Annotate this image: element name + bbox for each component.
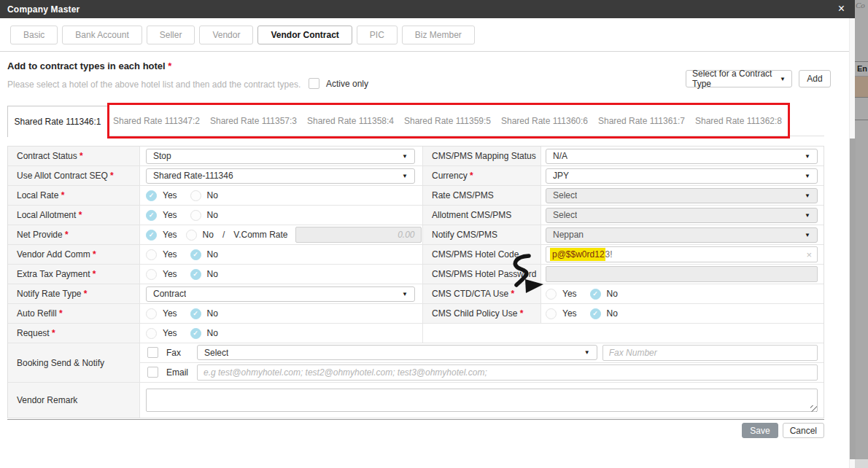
field-net-provide: ✓Yes No / V.Comm Rate % — [140, 225, 423, 245]
radio-label-no: No — [207, 249, 218, 260]
check-icon: ✓ — [193, 311, 198, 317]
required-asterisk: * — [110, 171, 114, 181]
vendor-add-comm-yes-radio[interactable] — [146, 249, 157, 260]
label-local-rate: Local Rate * — [8, 186, 140, 206]
label-extra-tax-payment: Extra Tax Payment * — [8, 265, 140, 284]
label-text: Notify CMS/PMS — [432, 230, 497, 240]
scrollbar-thumb[interactable] — [850, 139, 856, 459]
contract-status-select[interactable]: Stop▼ — [146, 149, 415, 164]
label-text: Booking Send & Notify — [17, 358, 104, 368]
rate-tab-111357[interactable]: Shared Rate 111357:3 — [205, 106, 302, 136]
label-currency: Currency * — [423, 166, 541, 186]
auto-refill-yes-radio[interactable] — [146, 308, 157, 319]
rate-tab-111346[interactable]: Shared Rate 111346:1 — [7, 106, 108, 137]
label-local-allotment: Local Allotment * — [8, 206, 140, 225]
footer-actions: Save Cancel — [0, 423, 824, 438]
extra-tax-no-radio[interactable]: ✓ — [190, 269, 201, 280]
radio-label-yes: Yes — [562, 289, 577, 299]
hotel-password-input[interactable] — [546, 266, 818, 282]
chevron-down-icon: ▼ — [402, 173, 408, 179]
child-policy-no-radio[interactable]: ✓ — [590, 308, 601, 319]
rate-tab-111359[interactable]: Shared Rate 111359:5 — [399, 106, 496, 136]
email-checkbox[interactable] — [147, 367, 158, 378]
allot-contract-seq-select[interactable]: Shared Rate-111346▼ — [146, 168, 415, 184]
vertical-scrollbar[interactable] — [849, 18, 855, 468]
check-icon: ✓ — [193, 251, 198, 258]
tab-pic[interactable]: PIC — [357, 26, 398, 44]
rate-tab-111362[interactable]: Shared Rate 111362:8 — [690, 106, 787, 136]
hotel-code-input[interactable]: p@$$w0rd123! × — [546, 246, 818, 262]
net-provide-no-radio[interactable] — [186, 230, 197, 241]
auto-refill-no-radio[interactable]: ✓ — [190, 308, 201, 319]
modal-titlebar: Company Master × — [0, 0, 855, 18]
fax-number-input[interactable] — [602, 345, 818, 361]
radio-label-no: No — [207, 190, 218, 200]
vendor-contract-form: Contract Status * Stop▼ CMS/PMS Mapping … — [7, 146, 824, 418]
hotel-code-tail-text: 3! — [605, 249, 613, 260]
tab-biz-member[interactable]: Biz Member — [402, 26, 475, 44]
vcomm-rate-label: V.Comm Rate — [233, 230, 287, 240]
fax-select[interactable]: Select▼ — [197, 345, 597, 360]
background-bottom-strip — [855, 459, 868, 468]
tab-vendor[interactable]: Vendor — [199, 26, 253, 44]
email-input[interactable] — [197, 364, 818, 381]
tab-basic[interactable]: Basic — [10, 26, 58, 44]
tab-vendor-contract[interactable]: Vendor Contract — [257, 26, 352, 44]
label-text: Use Allot Contract SEQ — [17, 171, 108, 181]
notify-rate-type-select[interactable]: Contract▼ — [146, 286, 415, 302]
select-value: JPY — [553, 171, 569, 181]
ctd-cta-no-radio[interactable]: ✓ — [590, 289, 601, 300]
local-rate-no-radio[interactable] — [190, 190, 201, 201]
field-notify-rate-type: Contract▼ — [140, 284, 423, 304]
check-icon: ✓ — [193, 330, 198, 337]
net-provide-yes-radio[interactable]: ✓ — [146, 230, 157, 241]
label-auto-refill: Auto Refill * — [8, 304, 140, 324]
label-text: Local Allotment — [17, 210, 76, 220]
local-allotment-no-radio[interactable] — [190, 210, 201, 221]
clear-icon[interactable]: × — [806, 249, 812, 260]
save-button[interactable]: Save — [742, 423, 778, 438]
local-rate-yes-radio[interactable]: ✓ — [146, 190, 157, 201]
child-policy-yes-radio[interactable] — [546, 308, 557, 319]
vendor-remark-textarea[interactable] — [146, 389, 818, 412]
tab-seller[interactable]: Seller — [147, 26, 195, 44]
rate-tab-111360[interactable]: Shared Rate 111360:6 — [496, 106, 593, 136]
radio-label-yes: Yes — [163, 269, 177, 279]
close-icon[interactable]: × — [838, 2, 845, 15]
check-icon: ✓ — [149, 232, 155, 238]
local-allotment-yes-radio[interactable]: ✓ — [146, 210, 157, 221]
rate-tab-111361[interactable]: Shared Rate 111361:7 — [593, 106, 690, 136]
field-cms-pms-mapping-status: N/A▼ — [541, 147, 824, 166]
active-only-group: Active only — [309, 78, 368, 89]
request-yes-radio[interactable] — [146, 328, 157, 339]
label-vendor-remark: Vendor Remark — [8, 383, 140, 418]
ctd-cta-yes-radio[interactable] — [546, 289, 557, 300]
rate-tab-111347[interactable]: Shared Rate 111347:2 — [108, 106, 205, 136]
contract-type-select[interactable]: Select for a Contract Type ▼ — [686, 70, 792, 87]
required-asterisk: * — [52, 328, 55, 338]
radio-label-no: No — [207, 210, 218, 220]
label-text: Notify Rate Type — [17, 289, 82, 299]
radio-label-no: No — [207, 269, 218, 279]
rate-tab-111358[interactable]: Shared Rate 111358:4 — [302, 106, 399, 136]
request-no-radio[interactable]: ✓ — [190, 328, 201, 339]
radio-label-yes: Yes — [163, 190, 177, 200]
vendor-add-comm-no-radio[interactable]: ✓ — [190, 249, 201, 260]
fax-checkbox[interactable] — [147, 347, 158, 358]
field-cms-child-policy-use: Yes ✓No — [541, 304, 824, 324]
field-use-allot-contract-seq: Shared Rate-111346▼ — [140, 166, 423, 186]
field-request: Yes ✓No — [140, 324, 423, 343]
label-text: CMS Child Policy Use — [432, 308, 517, 319]
field-cms-pms-hotel-code: p@$$w0rd123! × — [541, 245, 824, 265]
tab-bank-account[interactable]: Bank Account — [62, 26, 142, 44]
extra-tax-yes-radio[interactable] — [146, 269, 157, 280]
currency-select[interactable]: JPY▼ — [546, 168, 818, 184]
chevron-down-icon: ▼ — [805, 173, 810, 179]
add-button[interactable]: Add — [799, 70, 831, 87]
active-only-checkbox[interactable] — [309, 78, 319, 89]
cancel-button[interactable]: Cancel — [783, 423, 824, 438]
allotment-cms-pms-select: Select▼ — [546, 208, 818, 223]
highlighted-hotel-code-text: p@$$w0rd12 — [550, 248, 605, 261]
mapping-status-select[interactable]: N/A▼ — [546, 149, 818, 164]
vcomm-rate-input[interactable] — [295, 227, 422, 243]
